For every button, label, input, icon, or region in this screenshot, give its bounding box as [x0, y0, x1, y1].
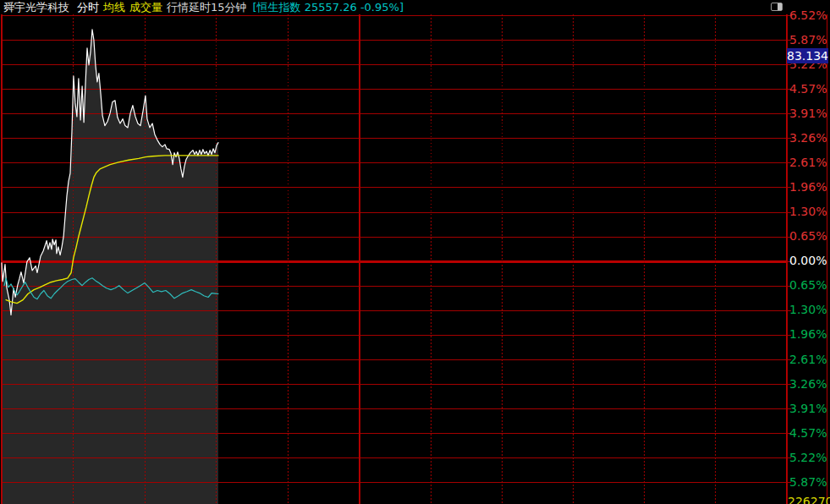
- axis-label: 1.96%: [789, 180, 828, 194]
- panel-toggle-icon[interactable]: [771, 3, 783, 11]
- axis-label: 0.65%: [789, 229, 828, 244]
- chart-header: 舜宇光学科技 分时 均线 成交量 行情延时15分钟 [恒生指数 25557.26…: [3, 0, 404, 14]
- axis-label: 1.96%: [789, 327, 828, 342]
- axis-label: 5.22%: [789, 451, 828, 465]
- trading-app-window: 舜宇光学科技 分时 均线 成交量 行情延时15分钟 [恒生指数 25557.26…: [0, 0, 830, 504]
- axis-label: 1.30%: [789, 303, 828, 317]
- tab-volume[interactable]: 成交量: [129, 0, 162, 15]
- axis-label: 5.87%: [789, 33, 828, 47]
- intraday-chart[interactable]: [0, 14, 830, 504]
- axis-label: 2.61%: [789, 156, 828, 170]
- axis-label: 3.91%: [789, 402, 828, 416]
- axis-label: 4.57%: [789, 426, 828, 441]
- axis-label: 0.65%: [789, 278, 828, 293]
- price-badge: 83.134: [787, 48, 828, 63]
- volume-axis-value: 226270: [788, 495, 830, 504]
- index-ticker[interactable]: [恒生指数 25557.26 -0.95%]: [253, 0, 404, 15]
- axis-label: 2.61%: [789, 353, 828, 367]
- stock-name: 舜宇光学科技: [3, 0, 69, 15]
- delay-notice: 行情延时15分钟: [167, 0, 247, 15]
- axis-label: 3.26%: [789, 377, 828, 392]
- axis-label: 3.91%: [789, 107, 828, 121]
- axis-label: 3.26%: [789, 131, 828, 145]
- axis-label: 0.00%: [789, 254, 828, 268]
- axis-label: 6.52%: [789, 8, 828, 23]
- tab-intraday[interactable]: 分时: [77, 0, 99, 15]
- panel-toggle-fill: [778, 3, 782, 10]
- axis-label: 5.87%: [789, 475, 828, 490]
- axis-label: 1.30%: [789, 205, 828, 219]
- tab-moving-average[interactable]: 均线: [103, 0, 125, 15]
- axis-label: 4.57%: [789, 82, 828, 96]
